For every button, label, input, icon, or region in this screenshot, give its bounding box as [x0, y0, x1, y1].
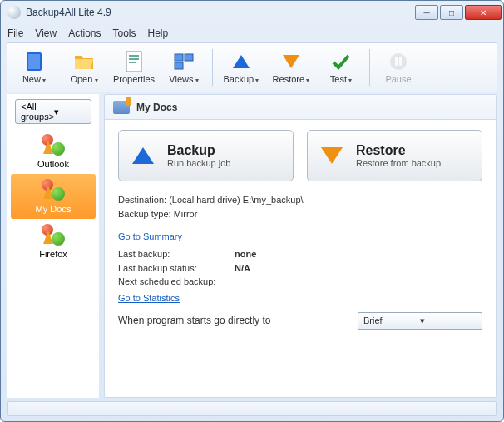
menu-actions[interactable]: Actions	[68, 27, 101, 39]
statusbar	[7, 401, 497, 416]
pause-button: Pause	[374, 44, 422, 91]
chevron-down-icon: ▾	[54, 107, 87, 117]
svg-rect-10	[395, 57, 398, 66]
run-backup-button[interactable]: Backup Run backup job	[118, 130, 294, 181]
destination-label: Destination: (Local hard drive) E:\my_ba…	[118, 193, 482, 207]
menu-help[interactable]: Help	[148, 27, 169, 39]
toolbar-separator	[212, 49, 213, 86]
maximize-button[interactable]: □	[440, 5, 463, 20]
open-button[interactable]: Open	[60, 44, 108, 91]
restore-button[interactable]: Restore	[267, 44, 315, 91]
last-backup-value: none	[235, 247, 256, 261]
startup-label: When program starts go directly to	[118, 315, 270, 326]
run-restore-button[interactable]: Restore Restore from backup	[307, 130, 482, 181]
sidebar-item-outlook[interactable]: Outlook	[7, 129, 99, 174]
svg-rect-4	[129, 58, 139, 60]
svg-rect-8	[175, 62, 183, 69]
app-icon	[7, 6, 21, 19]
properties-icon	[123, 51, 145, 72]
sidebar-item-my-docs[interactable]: My Docs	[11, 174, 96, 219]
restore-arrow-down-icon	[280, 51, 302, 72]
svg-rect-3	[129, 55, 139, 57]
backup-arrow-up-icon	[129, 141, 157, 170]
job-icon	[42, 179, 65, 202]
new-icon	[23, 51, 45, 72]
main-header: My Docs	[105, 95, 496, 120]
backup-button[interactable]: Backup	[217, 44, 265, 91]
svg-point-9	[390, 53, 407, 70]
test-check-icon	[330, 51, 352, 72]
menu-view[interactable]: View	[35, 27, 57, 39]
test-button[interactable]: Test	[317, 44, 365, 91]
backup-type-label: Backup type: Mirror	[118, 207, 482, 221]
job-icon	[42, 224, 65, 247]
restore-arrow-down-icon	[318, 141, 346, 170]
app-window: Backup4All Lite 4.9 ─ □ ✕ File View Acti…	[0, 0, 504, 422]
job-icon	[42, 134, 65, 157]
svg-rect-7	[185, 54, 193, 61]
titlebar: Backup4All Lite 4.9 ─ □ ✕	[1, 1, 503, 24]
open-folder-icon	[73, 51, 95, 72]
pause-icon	[388, 51, 409, 72]
backup-arrow-up-icon	[230, 51, 252, 72]
minimize-button[interactable]: ─	[415, 5, 438, 20]
go-to-summary-link[interactable]: Go to Summary	[118, 231, 182, 241]
svg-rect-6	[175, 54, 183, 61]
sidebar-item-firefox[interactable]: Firefox	[7, 219, 99, 264]
toolbar-separator	[369, 49, 370, 86]
group-selector[interactable]: <All groups> ▾	[15, 99, 91, 124]
close-button[interactable]: ✕	[465, 5, 502, 20]
last-status-label: Last backup status:	[118, 261, 235, 276]
next-scheduled-label: Next scheduled backup:	[118, 275, 235, 289]
main-pane: My Docs Backup Run backup job Restore	[104, 94, 497, 398]
svg-rect-5	[129, 62, 136, 63]
go-to-statistics-link[interactable]: Go to Statistics	[118, 293, 180, 303]
summary-icon	[113, 101, 130, 114]
views-button[interactable]: Views	[160, 44, 208, 91]
menubar: File View Actions Tools Help	[1, 24, 503, 42]
new-button[interactable]: New	[10, 44, 58, 91]
properties-button[interactable]: Properties	[110, 44, 158, 91]
last-status-value: N/A	[235, 261, 250, 276]
window-title: Backup4All Lite 4.9	[26, 7, 415, 18]
views-icon	[173, 51, 195, 72]
jobs-sidebar: <All groups> ▾ Outlook My Docs Firefox	[7, 94, 99, 398]
svg-rect-1	[28, 54, 40, 69]
menu-file[interactable]: File	[7, 27, 23, 39]
toolbar: New Open Properties Views Backup Restore…	[7, 42, 497, 92]
svg-rect-11	[399, 57, 402, 66]
menu-tools[interactable]: Tools	[113, 27, 136, 39]
last-backup-label: Last backup:	[118, 247, 235, 261]
page-title: My Docs	[136, 102, 177, 113]
startup-view-select[interactable]: Brief ▾	[358, 312, 482, 330]
chevron-down-icon: ▾	[420, 315, 477, 326]
